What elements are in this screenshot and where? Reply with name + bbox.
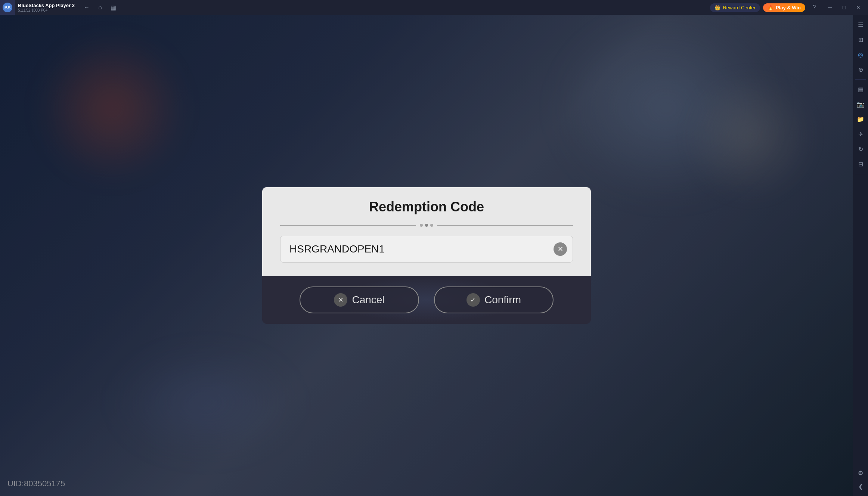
- sidebar-icon-menu[interactable]: ☰: [854, 18, 867, 31]
- crown-icon: 👑: [714, 5, 720, 10]
- sidebar-divider-2: [855, 174, 866, 174]
- divider-line-left: [280, 225, 416, 226]
- divider-line-right: [437, 225, 573, 226]
- dialog-divider: [280, 224, 573, 227]
- sidebar-bottom: ⚙ ❮: [854, 466, 867, 493]
- titlebar-right: 👑 Reward Center 🔥 Play & Win ? ─ □ ✕: [710, 1, 868, 14]
- sidebar-icon-camera[interactable]: 📷: [854, 97, 867, 111]
- cancel-button[interactable]: ✕ Cancel: [300, 286, 419, 313]
- cancel-label: Cancel: [352, 294, 384, 306]
- right-sidebar: ☰ ⊞ ◎ ⊕ ▤ 📷 📁 ✈ ↻ ⊟ ⚙ ❮: [853, 15, 868, 496]
- divider-dots: [416, 224, 437, 227]
- play-win-label: Play & Win: [776, 5, 801, 10]
- play-win-button[interactable]: 🔥 Play & Win: [763, 3, 805, 12]
- app-name: BlueStacks App Player 2: [18, 3, 75, 8]
- sidebar-collapse-icon[interactable]: ❮: [854, 480, 867, 493]
- dialog-title: Redemption Code: [280, 199, 573, 215]
- dialog-lower: ✕ Cancel ✓ Confirm: [262, 276, 591, 324]
- window-controls: ─ □ ✕: [823, 1, 865, 14]
- confirm-button[interactable]: ✓ Confirm: [434, 286, 554, 313]
- cancel-icon: ✕: [334, 293, 347, 307]
- sidebar-icon-folder[interactable]: 📁: [854, 112, 867, 126]
- input-wrapper: ✕: [280, 236, 573, 263]
- dialog-upper: Redemption Code ✕: [262, 187, 591, 276]
- redemption-dialog: Redemption Code ✕: [262, 187, 591, 324]
- confirm-label: Confirm: [484, 294, 521, 306]
- app-info: BlueStacks App Player 2 5.11.52.1003 P64: [15, 3, 78, 12]
- dialog-overlay: Redemption Code ✕: [0, 15, 853, 496]
- sidebar-icon-target[interactable]: ◎: [854, 48, 867, 61]
- nav-buttons: ← ⌂ ▦: [81, 1, 120, 13]
- sidebar-icon-dash[interactable]: ⊟: [854, 157, 867, 171]
- back-button[interactable]: ←: [81, 1, 93, 13]
- multi-instance-button[interactable]: ▦: [108, 1, 120, 13]
- svg-text:BS: BS: [4, 5, 11, 10]
- sidebar-icon-grid[interactable]: ⊞: [854, 33, 867, 46]
- help-button[interactable]: ?: [808, 1, 820, 13]
- divider-dot-3: [430, 224, 433, 227]
- minimize-button[interactable]: ─: [823, 1, 837, 14]
- divider-dot-1: [420, 224, 423, 227]
- close-button[interactable]: ✕: [852, 1, 865, 14]
- redemption-code-input[interactable]: [280, 236, 573, 263]
- clear-input-button[interactable]: ✕: [554, 242, 567, 256]
- sidebar-divider-1: [855, 79, 866, 80]
- reward-center-label: Reward Center: [723, 5, 755, 10]
- restore-button[interactable]: □: [837, 1, 851, 14]
- sidebar-icon-layers[interactable]: ▤: [854, 83, 867, 96]
- fire-icon: 🔥: [768, 5, 774, 10]
- game-area: UID:803505175 Redemption Code ✕: [0, 15, 853, 496]
- confirm-icon: ✓: [466, 293, 480, 307]
- divider-dot-2: [425, 224, 428, 227]
- sidebar-icon-rotate[interactable]: ↻: [854, 142, 867, 156]
- sidebar-icon-add[interactable]: ⊕: [854, 63, 867, 76]
- home-button[interactable]: ⌂: [94, 1, 106, 13]
- sidebar-settings-icon[interactable]: ⚙: [854, 466, 867, 480]
- app-logo: BS: [0, 0, 15, 15]
- app-version: 5.11.52.1003 P64: [18, 8, 75, 12]
- sidebar-icon-plane[interactable]: ✈: [854, 127, 867, 141]
- titlebar: BS BlueStacks App Player 2 5.11.52.1003 …: [0, 0, 868, 15]
- reward-center-button[interactable]: 👑 Reward Center: [710, 3, 760, 12]
